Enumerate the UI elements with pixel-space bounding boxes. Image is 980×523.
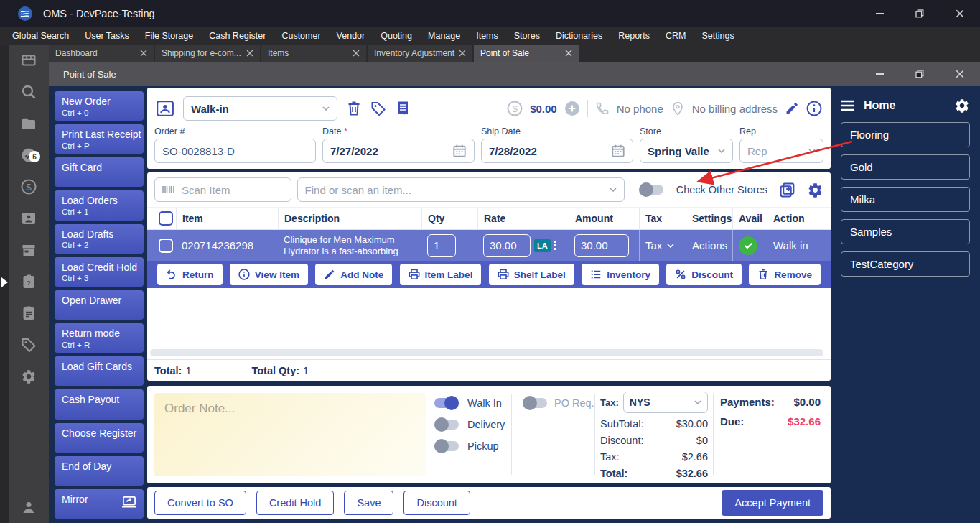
grid-settings-icon[interactable] — [807, 182, 823, 198]
menu-crm[interactable]: CRM — [658, 31, 694, 41]
pickup-option[interactable]: Pickup — [434, 440, 505, 452]
pos-restore-button[interactable] — [900, 62, 940, 86]
pos-minimize-button[interactable] — [859, 62, 900, 86]
add-credit-icon[interactable] — [564, 101, 580, 116]
hamburger-menu-icon[interactable] — [841, 100, 855, 111]
col-avail[interactable]: Avail — [732, 208, 767, 229]
date-input[interactable]: 7/27/2022 — [322, 139, 475, 163]
credit-hold-button[interactable]: Credit Hold — [256, 491, 335, 515]
settings-icon[interactable] — [21, 369, 37, 384]
tab-items[interactable]: Items — [261, 45, 366, 62]
customer-info-icon[interactable] — [806, 101, 822, 116]
tab-close-icon[interactable] — [140, 50, 147, 57]
row-checkbox[interactable] — [159, 239, 173, 253]
menu-items[interactable]: Items — [468, 31, 506, 41]
delivery-toggle[interactable] — [434, 420, 459, 430]
row-actions-menu[interactable]: Actions — [686, 230, 732, 261]
col-amount[interactable]: Amount — [569, 208, 639, 229]
walk-in-option[interactable]: Walk In — [434, 397, 505, 409]
rate-input[interactable]: 30.00 — [483, 234, 531, 257]
order-number-input[interactable]: SO-0028813-D — [154, 139, 316, 163]
pos-close-button[interactable] — [940, 62, 980, 86]
kebab-menu-icon[interactable] — [554, 241, 556, 250]
choose-register-button[interactable]: Choose Register — [55, 423, 144, 453]
tab-close-icon[interactable] — [353, 50, 360, 57]
receipt-icon[interactable] — [395, 101, 411, 116]
load-credit-hold-button[interactable]: Load Credit HoldCtrl + 3 — [55, 257, 144, 287]
search-icon[interactable] — [21, 84, 37, 100]
load-gift-cards-button[interactable]: Load Gift Cards — [55, 356, 144, 386]
category-testcategory[interactable]: TestCategory — [841, 251, 970, 277]
tab-shipping[interactable]: Shipping for e-com... — [155, 45, 260, 62]
walk-in-toggle[interactable] — [434, 398, 459, 408]
cash-register-icon[interactable] — [21, 52, 37, 68]
menu-cash-register[interactable]: Cash Register — [201, 31, 274, 41]
edit-customer-icon[interactable] — [785, 101, 799, 116]
col-tax[interactable]: Tax — [639, 208, 686, 229]
tab-close-icon[interactable] — [565, 50, 572, 57]
store-select[interactable]: Spring Valle — [640, 139, 733, 163]
col-settings[interactable]: Settings — [686, 208, 732, 229]
po-req-option[interactable]: PO Req. — [523, 397, 594, 409]
col-item[interactable]: Item — [176, 208, 278, 229]
col-action[interactable]: Action — [767, 208, 831, 229]
category-samples[interactable]: Samples — [841, 219, 970, 244]
category-gold[interactable]: Gold — [841, 154, 970, 180]
scan-item-input[interactable] — [182, 184, 284, 196]
orders-list-icon[interactable] — [21, 305, 37, 321]
mirror-button[interactable]: Mirror — [55, 489, 144, 519]
menu-stores[interactable]: Stores — [506, 31, 548, 41]
calendar-icon[interactable] — [611, 144, 625, 158]
tab-dashboard[interactable]: Dashboard — [49, 45, 154, 62]
tag-icon[interactable] — [370, 101, 386, 116]
cash-payout-button[interactable]: Cash Payout — [55, 389, 144, 419]
customers-icon[interactable] — [21, 210, 37, 226]
clear-order-icon[interactable] — [346, 101, 362, 116]
horizontal-scrollbar[interactable] — [150, 349, 823, 356]
sidebar-expand-arrow-icon[interactable] — [1, 277, 8, 287]
category-settings-icon[interactable] — [954, 98, 970, 114]
calendar-icon[interactable] — [452, 144, 467, 158]
price-level-badge[interactable]: LA — [534, 239, 551, 252]
category-flooring[interactable]: Flooring — [841, 122, 970, 147]
tab-close-icon[interactable] — [246, 50, 253, 57]
col-qty[interactable]: Qty — [421, 208, 477, 229]
discount-row-button[interactable]: Discount — [666, 264, 742, 285]
files-icon[interactable] — [21, 116, 37, 131]
user-icon[interactable] — [21, 499, 37, 515]
qty-input[interactable]: 1 — [427, 234, 456, 257]
app-restore-button[interactable] — [900, 0, 940, 27]
pickup-toggle[interactable] — [434, 441, 459, 451]
amount-input[interactable]: 30.00 — [574, 234, 629, 257]
item-label-button[interactable]: Item Label — [400, 264, 482, 285]
menu-quoting[interactable]: Quoting — [373, 31, 420, 41]
customer-select[interactable]: Walk-in — [183, 96, 337, 121]
load-orders-button[interactable]: Load OrdersCtrl + 1 — [55, 190, 144, 220]
open-in-new-window-icon[interactable] — [779, 182, 795, 198]
category-milka[interactable]: Milka — [841, 187, 970, 212]
tab-point-of-sale[interactable]: Point of Sale — [474, 45, 579, 62]
menu-manage[interactable]: Manage — [420, 31, 468, 41]
delivery-option[interactable]: Delivery — [434, 419, 505, 430]
menu-vendor[interactable]: Vendor — [329, 31, 373, 41]
orders-question-icon[interactable] — [21, 274, 37, 290]
remove-button[interactable]: Remove — [749, 264, 821, 285]
app-close-button[interactable] — [940, 0, 980, 27]
menu-reports[interactable]: Reports — [610, 31, 658, 41]
open-drawer-button[interactable]: Open Drawer — [55, 290, 144, 320]
discount-button[interactable]: Discount — [403, 491, 470, 515]
order-note-input[interactable]: Order Note... — [154, 393, 426, 476]
payments-icon[interactable] — [21, 179, 37, 195]
item-row-selected[interactable]: 020714236298 Clinique for Men Maximum Hy… — [147, 230, 831, 261]
ship-date-input[interactable]: 7/28/2022 — [481, 139, 633, 163]
new-order-button[interactable]: New OrderCtrl + 0 — [55, 91, 144, 121]
app-minimize-button[interactable] — [859, 0, 900, 27]
find-item-select[interactable]: Find or scan an item... — [297, 177, 625, 202]
scan-item-field[interactable] — [154, 177, 291, 202]
menu-global-search[interactable]: Global Search — [4, 31, 77, 41]
return-button[interactable]: Return — [157, 264, 223, 285]
menu-dictionaries[interactable]: Dictionaries — [548, 31, 610, 41]
rep-select[interactable]: Rep — [739, 139, 823, 163]
load-drafts-button[interactable]: Load DraftsCtrl + 2 — [55, 224, 144, 254]
select-all-checkbox[interactable] — [159, 211, 173, 226]
